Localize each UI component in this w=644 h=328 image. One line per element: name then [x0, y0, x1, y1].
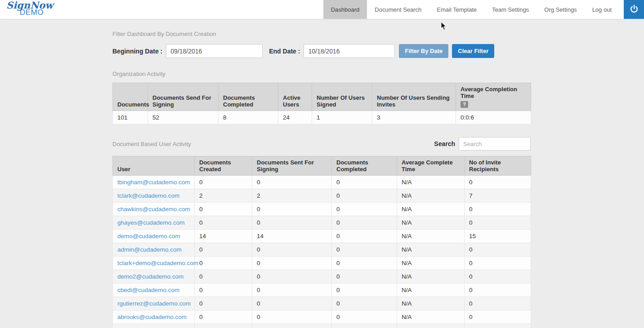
cell-value: 0 — [332, 310, 397, 324]
cell-value: N/A — [397, 284, 465, 297]
filter-by-date-button[interactable]: Filter By Date — [399, 44, 448, 58]
nav-item-dashboard[interactable]: Dashboard — [323, 0, 367, 19]
user-email-link[interactable]: tclark@cudademo.com — [117, 192, 179, 199]
column-header-label: Average Completion Time — [461, 86, 517, 99]
cell-value: 0 — [332, 189, 397, 203]
cell-value: N/A — [397, 230, 465, 243]
user-email-link[interactable]: chawkins@cudademo.com — [117, 206, 190, 213]
column-header: Average Completion Time ? — [456, 83, 531, 111]
user-email-link[interactable]: rgutierrez@cudademo.com — [117, 300, 191, 307]
user-email-link[interactable]: cbedi@cudademo.com — [117, 287, 179, 293]
user-cell: rgutierrez@cudademo.com — [113, 297, 195, 310]
beginning-date-input[interactable] — [166, 44, 263, 58]
user-cell: demo@cudademo.com — [113, 230, 195, 243]
cell-value: 0 — [252, 257, 332, 270]
user-cell: demo2@cudademo.com — [113, 270, 195, 284]
cell-value: 0 — [332, 284, 397, 297]
org-activity-data-row: 101 52 8 24 1 3 0:0:6 — [113, 111, 531, 124]
table-row: tbingham@cudademo.com000N/A0 — [113, 176, 531, 189]
cell-value: 0 — [195, 297, 252, 310]
cell-value: 0 — [195, 310, 252, 324]
cell-value: 0 — [252, 297, 332, 310]
cell-value: 0 — [252, 243, 332, 257]
filter-section-title: Filter Dashboard By Document Creation — [112, 31, 531, 37]
nav-item-email-template[interactable]: Email Template — [429, 0, 484, 19]
user-email-link[interactable]: demo@cudademo.com — [117, 233, 180, 239]
cell-value: N/A — [397, 203, 465, 216]
cell-value: N/A — [397, 270, 465, 284]
nav-item-log-out[interactable]: Log out — [585, 0, 619, 19]
cell-value: 0 — [252, 310, 332, 324]
user-cell: ghayes@cudademo.com — [113, 216, 195, 230]
column-header: Documents Created — [195, 156, 252, 176]
table-row: cbedi@cudademo.com000N/A0 — [113, 284, 531, 297]
user-cell: tclark@cudademo.com — [113, 189, 195, 203]
column-header: User — [113, 156, 195, 176]
column-header: Documents — [113, 83, 148, 111]
help-icon[interactable]: ? — [461, 101, 468, 108]
cell-value: N/A — [397, 189, 465, 203]
cell-value: 52 — [148, 111, 219, 124]
nav-item-team-settings[interactable]: Team Settings — [484, 0, 537, 19]
user-email-link[interactable]: abrooks@cudademo.com — [117, 314, 187, 320]
cell-value: N/A — [397, 216, 465, 230]
user-cell: tbingham@cudademo.com — [113, 176, 195, 189]
cell-value: 0 — [332, 270, 397, 284]
table-row: demo@cudademo.com14140N/A15 — [113, 230, 531, 243]
nav-item-org-settings[interactable]: Org Settings — [537, 0, 584, 19]
search-input[interactable] — [459, 137, 531, 151]
cell-value: 0 — [465, 324, 531, 328]
cell-value: 14 — [252, 230, 332, 243]
cell-value: 0 — [195, 243, 252, 257]
table-row: tclark@cudademo.com220N/A7 — [113, 189, 531, 203]
cell-value: N/A — [397, 310, 465, 324]
cell-value: 0 — [252, 324, 332, 328]
cell-value: N/A — [397, 324, 465, 328]
table-row: demo2@cudademo.com000N/A0 — [113, 270, 531, 284]
user-email-link[interactable]: tclark+demo@cudademo.com — [117, 260, 198, 266]
cell-value: 0 — [465, 310, 531, 324]
cell-value: 0 — [252, 270, 332, 284]
user-activity-table: User Documents Created Documents Sent Fo… — [112, 156, 531, 328]
end-date-label: End Date : — [269, 48, 300, 55]
user-email-link[interactable]: ghayes@cudademo.com — [117, 219, 185, 226]
user-activity-tbody: tbingham@cudademo.com000N/A0tclark@cudad… — [113, 176, 531, 328]
logo[interactable]: SignNow DEMO — [6, 0, 53, 16]
column-header: Average Complete Time — [397, 156, 465, 176]
cell-value: 0 — [332, 324, 397, 328]
cell-value: 0 — [195, 324, 252, 328]
beginning-date-label: Beginning Date : — [112, 48, 162, 55]
cell-value: 0 — [465, 257, 531, 270]
logout-power-button[interactable] — [624, 0, 644, 19]
cell-value: 101 — [113, 111, 148, 124]
cell-value: N/A — [397, 176, 465, 189]
org-activity-section-title: Organization Activity — [112, 71, 531, 77]
cell-value: 0 — [252, 284, 332, 297]
cell-value: 24 — [278, 111, 312, 124]
cell-value: 0 — [252, 216, 332, 230]
nav-item-document-search[interactable]: Document Search — [367, 0, 429, 19]
cell-value: 15 — [465, 230, 531, 243]
cell-value: 0 — [332, 297, 397, 310]
cell-value: 0:0:6 — [456, 111, 531, 124]
org-activity-header-row: Documents Documents Send For Signing Doc… — [113, 83, 531, 111]
user-email-link[interactable]: tbingham@cudademo.com — [117, 179, 190, 186]
user-email-link[interactable]: admin@cudademo.com — [117, 246, 182, 253]
mouse-cursor — [441, 22, 447, 31]
cell-value: 0 — [195, 284, 252, 297]
main-content: Filter Dashboard By Document Creation Be… — [112, 19, 531, 328]
user-cell: kthomas@cudademo.com — [113, 324, 195, 328]
cell-value: 0 — [332, 176, 397, 189]
end-date-input[interactable] — [304, 44, 395, 58]
table-row: admin@cudademo.com000N/A0 — [113, 243, 531, 257]
cell-value: 0 — [195, 176, 252, 189]
column-header: Number Of Users Signed — [312, 83, 372, 111]
clear-filter-button[interactable]: Clear Filter — [452, 44, 494, 58]
cell-value: 0 — [195, 270, 252, 284]
user-cell: admin@cudademo.com — [113, 243, 195, 257]
user-email-link[interactable]: demo2@cudademo.com — [117, 273, 183, 280]
table-row: kthomas@cudademo.com000N/A0 — [113, 324, 531, 328]
cell-value: 14 — [195, 230, 252, 243]
top-nav: SignNow DEMO Dashboard Document Search E… — [0, 0, 644, 19]
cell-value: 0 — [465, 297, 531, 310]
